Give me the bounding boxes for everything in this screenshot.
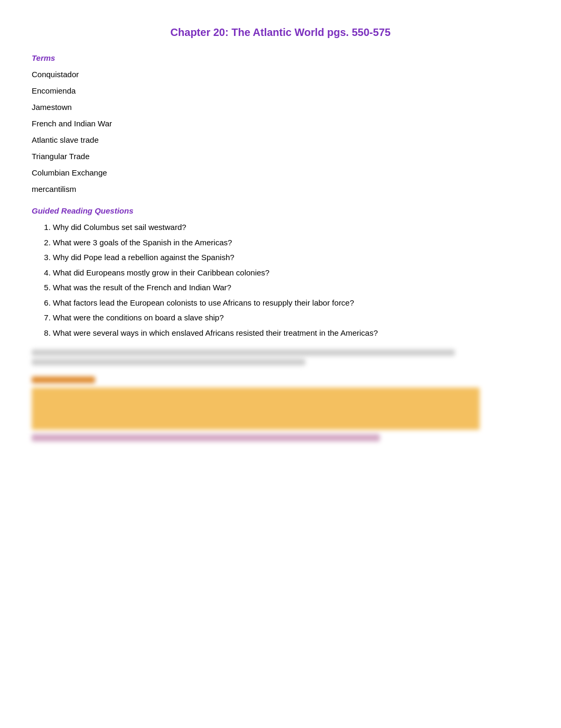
term-item: Conquistador bbox=[32, 70, 529, 79]
page-title: Chapter 20: The Atlantic World pgs. 550-… bbox=[32, 26, 529, 39]
term-item: Jamestown bbox=[32, 103, 529, 112]
term-item: Encomienda bbox=[32, 86, 529, 95]
term-item: French and Indian War bbox=[32, 119, 529, 128]
terms-list: Conquistador Encomienda Jamestown French… bbox=[32, 70, 529, 193]
question-item: Why did Pope lead a rebellion against th… bbox=[53, 252, 529, 264]
blurred-content bbox=[32, 349, 529, 441]
term-item: Columbian Exchange bbox=[32, 168, 529, 177]
question-item: Why did Columbus set sail westward? bbox=[53, 222, 529, 234]
question-item: What were 3 goals of the Spanish in the … bbox=[53, 237, 529, 249]
question-item: What were several ways in which enslaved… bbox=[53, 327, 529, 339]
term-item: Atlantic slave trade bbox=[32, 135, 529, 144]
terms-section-label: Terms bbox=[32, 53, 529, 62]
questions-list: Why did Columbus set sail westward? What… bbox=[32, 222, 529, 339]
guided-reading-section-label: Guided Reading Questions bbox=[32, 206, 529, 215]
question-item: What did Europeans mostly grow in their … bbox=[53, 267, 529, 279]
question-item: What factors lead the European colonists… bbox=[53, 297, 529, 309]
question-item: What were the conditions on board a slav… bbox=[53, 312, 529, 324]
term-item: mercantilism bbox=[32, 185, 529, 193]
term-item: Triangular Trade bbox=[32, 152, 529, 161]
question-item: What was the result of the French and In… bbox=[53, 282, 529, 294]
